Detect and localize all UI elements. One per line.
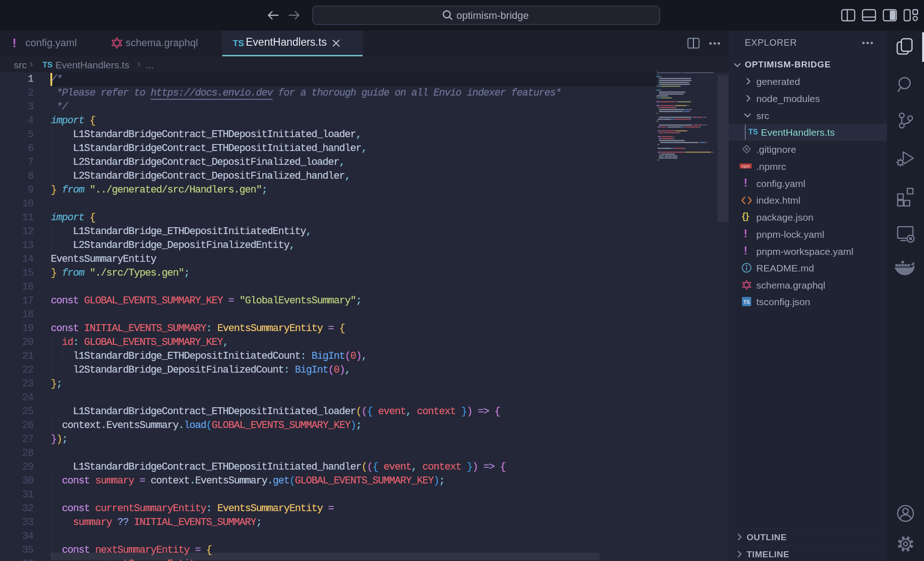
- svg-text:TS: TS: [743, 299, 750, 305]
- svg-text:npm: npm: [742, 164, 750, 169]
